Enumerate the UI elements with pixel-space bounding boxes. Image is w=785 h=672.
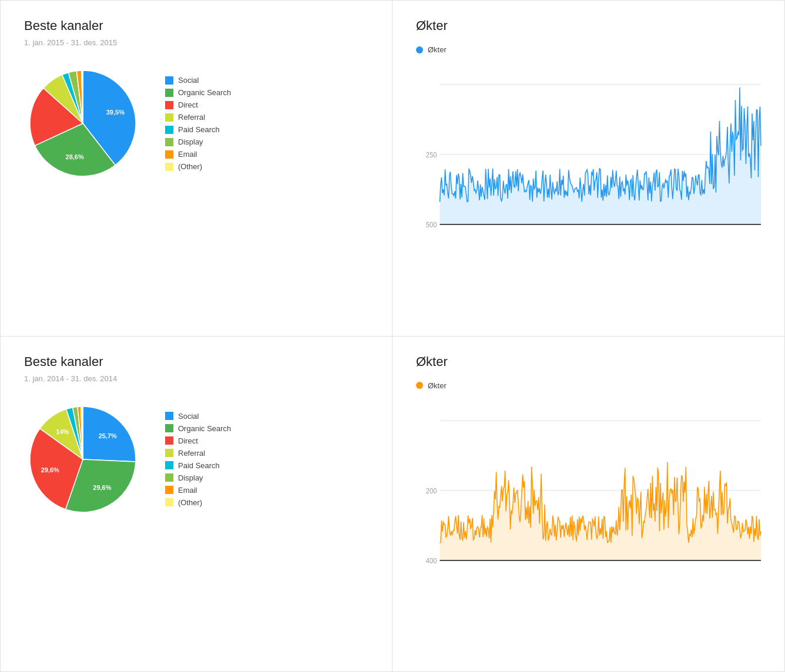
legend-item: (Other) [165,498,231,507]
legend-1: SocialOrganic SearchDirectReferralPaid S… [165,76,231,171]
legend-item: Email [165,150,231,159]
panel1-title: Beste kanaler [24,18,368,33]
legend-label: Direct [178,436,198,445]
legend-color-swatch [165,163,173,171]
legend-label: Paid Search [178,461,220,470]
legend-item: Referral [165,449,231,458]
legend-2: SocialOrganic SearchDirectReferralPaid S… [165,412,231,507]
legend-item: Social [165,76,231,85]
panel3-date: 1. jan. 2014 - 31. des. 2014 [24,374,368,383]
legend-label: (Other) [178,162,202,171]
legend-color-swatch [165,449,173,457]
svg-text:39,5%: 39,5% [106,109,125,116]
legend-dot-2015 [416,46,423,53]
legend-item: Referral [165,113,231,122]
chart-legend-label-2014: Økter [428,381,447,390]
legend-color-swatch [165,76,173,85]
legend-dot-2014 [416,382,423,389]
legend-color-swatch [165,101,173,109]
area-chart-2014: 400200 [416,396,761,560]
panel4-title: Økter [416,354,761,369]
panel1-date: 1. jan. 2015 - 31. des. 2015 [24,38,368,47]
legend-label: Paid Search [178,125,220,134]
svg-text:400: 400 [426,556,437,565]
legend-label: (Other) [178,498,202,507]
svg-text:25,7%: 25,7% [99,432,117,439]
chart-legend-label-2015: Økter [428,45,447,54]
pie-chart-2: 25,7%29,6%29,6%14% [24,401,142,518]
legend-label: Direct [178,100,198,109]
chart-legend-2015: Økter [416,45,761,54]
legend-color-swatch [165,138,173,146]
legend-color-swatch [165,424,173,432]
legend-color-swatch [165,461,173,469]
svg-text:200: 200 [426,486,437,495]
panel-okter-2015: Økter Økter 500250 [392,1,784,337]
legend-label: Referral [178,113,205,122]
legend-item: Organic Search [165,424,231,433]
legend-color-swatch [165,126,173,134]
panel-kanaler-2015: Beste kanaler 1. jan. 2015 - 31. des. 20… [1,1,392,337]
legend-label: Organic Search [178,424,231,433]
svg-text:14%: 14% [56,428,69,435]
svg-text:29,6%: 29,6% [93,484,111,491]
svg-text:500: 500 [426,220,437,229]
legend-color-swatch [165,89,173,97]
legend-color-swatch [165,436,173,445]
legend-label: Email [178,486,197,495]
legend-color-swatch [165,113,173,122]
legend-label: Social [178,76,199,85]
pie-area-2: 25,7%29,6%29,6%14% SocialOrganic SearchD… [24,401,368,518]
legend-item: Direct [165,100,231,109]
pie-area-1: 39,5%28,6% SocialOrganic SearchDirectRef… [24,65,368,182]
legend-item: Display [165,473,231,482]
area-chart-2015: 500250 [416,60,761,224]
svg-text:250: 250 [426,150,437,159]
legend-item: (Other) [165,162,231,171]
legend-item: Paid Search [165,461,231,470]
legend-label: Display [178,473,203,482]
panel3-title: Beste kanaler [24,354,368,369]
legend-item: Social [165,412,231,421]
svg-text:28,6%: 28,6% [66,153,84,160]
legend-color-swatch [165,412,173,420]
legend-label: Display [178,137,203,146]
legend-item: Organic Search [165,88,231,97]
chart-legend-2014: Økter [416,381,761,390]
pie-chart-1: 39,5%28,6% [24,65,142,182]
legend-color-swatch [165,150,173,159]
legend-item: Display [165,137,231,146]
legend-label: Organic Search [178,88,231,97]
panel2-title: Økter [416,18,761,33]
legend-item: Paid Search [165,125,231,134]
legend-item: Email [165,486,231,495]
svg-text:29,6%: 29,6% [41,466,59,473]
panel-kanaler-2014: Beste kanaler 1. jan. 2014 - 31. des. 20… [1,337,392,672]
legend-label: Social [178,412,199,421]
legend-label: Referral [178,449,205,458]
legend-color-swatch [165,486,173,494]
legend-label: Email [178,150,197,159]
legend-item: Direct [165,436,231,445]
panel-okter-2014: Økter Økter 400200 [392,337,784,672]
legend-color-swatch [165,473,173,482]
legend-color-swatch [165,498,173,506]
main-container: Beste kanaler 1. jan. 2015 - 31. des. 20… [0,0,785,672]
